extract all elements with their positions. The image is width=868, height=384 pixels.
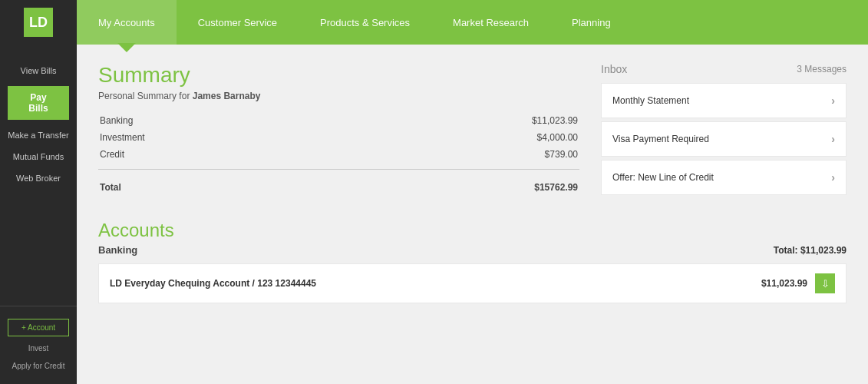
- nav-item-products-services[interactable]: Products & Services: [299, 0, 431, 45]
- main-layout: View Bills Pay Bills Make a Transfer Mut…: [0, 45, 868, 384]
- account-row-name: LD Everyday Chequing Account / 123 12344…: [110, 278, 316, 289]
- inbox-item-offer-label: Offer: New Line of Credit: [612, 172, 714, 183]
- accounts-banking-label: Banking: [98, 244, 137, 256]
- content-area: Summary Personal Summary for James Barna…: [77, 45, 868, 384]
- inbox-title: Inbox: [601, 63, 627, 75]
- sidebar-make-transfer[interactable]: Make a Transfer: [0, 124, 77, 146]
- account-row-amount: $11,023.99: [761, 278, 807, 289]
- sidebar-add-account-button[interactable]: + Account: [8, 319, 69, 336]
- summary-row-credit: Credit $739.00: [98, 146, 579, 163]
- account-row-right: $11,023.99 ⇩: [761, 273, 835, 293]
- sidebar-invest[interactable]: Invest: [0, 339, 77, 357]
- summary-total-table: Total $15762.99: [98, 176, 579, 196]
- nav-items: My Accounts Customer Service Products & …: [77, 0, 868, 45]
- summary-row-banking: Banking $11,023.99: [98, 112, 579, 129]
- inbox-item-label: Monthly Statement: [612, 95, 689, 106]
- sidebar: View Bills Pay Bills Make a Transfer Mut…: [0, 45, 77, 384]
- sidebar-mutual-funds[interactable]: Mutual Funds: [0, 146, 77, 167]
- sidebar-apply-credit[interactable]: Apply for Credit: [0, 357, 77, 375]
- nav-item-customer-service[interactable]: Customer Service: [177, 0, 299, 45]
- logo-block: LD: [0, 0, 77, 45]
- accounts-total: Total: $11,023.99: [774, 245, 847, 256]
- chevron-right-icon: ›: [831, 94, 835, 107]
- summary-total-row: Total $15762.99: [98, 176, 579, 196]
- summary-panel: Summary Personal Summary for James Barna…: [98, 63, 579, 198]
- accounts-section: Accounts Banking Total: $11,023.99 LD Ev…: [98, 220, 847, 303]
- chevron-right-icon: ›: [831, 133, 835, 145]
- sidebar-pay-bills-button[interactable]: Pay Bills: [8, 86, 69, 120]
- inbox-item-offer-credit[interactable]: Offer: New Line of Credit ›: [601, 160, 847, 195]
- summary-divider: [98, 169, 579, 170]
- inbox-item-label: Visa Payment Required: [612, 134, 709, 144]
- chevron-right-icon: ›: [831, 171, 835, 184]
- accounts-subtitle-row: Banking Total: $11,023.99: [98, 244, 847, 256]
- account-row: LD Everyday Chequing Account / 123 12344…: [98, 263, 847, 303]
- summary-subtitle: Personal Summary for James Barnaby: [98, 91, 579, 101]
- inbox-panel: Inbox 3 Messages Monthly Statement › Vis…: [601, 63, 847, 198]
- top-section: Summary Personal Summary for James Barna…: [98, 63, 847, 198]
- sidebar-web-broker[interactable]: Web Broker: [0, 167, 77, 189]
- inbox-message-count: 3 Messages: [797, 64, 847, 74]
- accounts-title: Accounts: [98, 220, 847, 241]
- logo-initials: LD: [24, 8, 53, 37]
- inbox-item-monthly-statement[interactable]: Monthly Statement ›: [601, 83, 847, 118]
- account-download-button[interactable]: ⇩: [815, 273, 835, 293]
- summary-table: Banking $11,023.99 Investment $4,000.00 …: [98, 112, 579, 163]
- nav-item-market-research[interactable]: Market Research: [431, 0, 550, 45]
- inbox-header: Inbox 3 Messages: [601, 63, 847, 75]
- nav-item-my-accounts[interactable]: My Accounts: [77, 0, 177, 45]
- summary-row-investment: Investment $4,000.00: [98, 129, 579, 146]
- sidebar-view-bills[interactable]: View Bills: [0, 60, 77, 81]
- top-navigation: LD My Accounts Customer Service Products…: [0, 0, 868, 45]
- summary-title: Summary: [98, 63, 579, 88]
- nav-item-planning[interactable]: Planning: [550, 0, 632, 45]
- sidebar-bottom: + Account Invest Apply for Credit: [0, 306, 77, 384]
- inbox-item-visa-payment[interactable]: Visa Payment Required ›: [601, 121, 847, 157]
